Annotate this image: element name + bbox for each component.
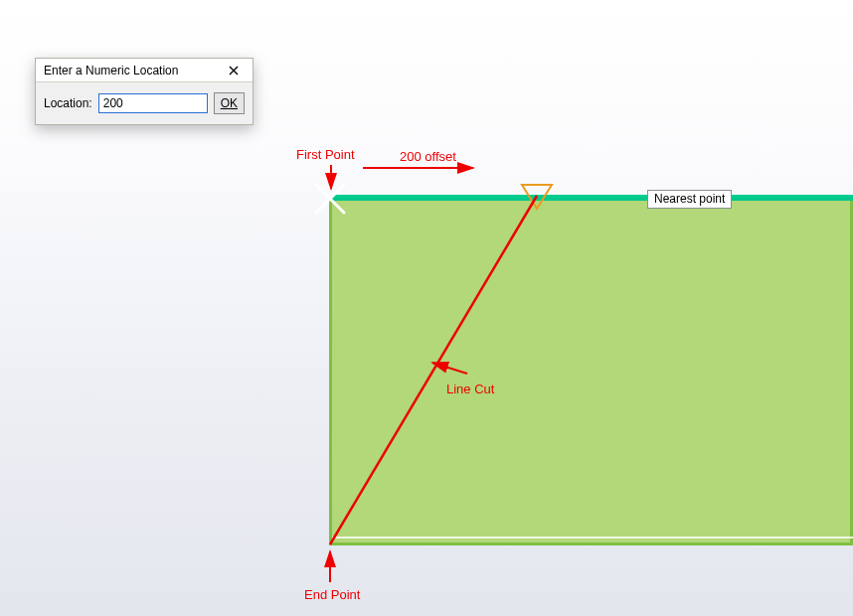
first-point-x-marker xyxy=(316,185,344,213)
ok-button[interactable]: OK xyxy=(214,92,245,114)
nearest-point-tooltip: Nearest point xyxy=(647,190,732,209)
linecut-callout-arrow xyxy=(432,363,467,374)
dialog-title: Enter a Numeric Location xyxy=(44,64,178,77)
dialog-titlebar[interactable]: Enter a Numeric Location xyxy=(36,59,253,82)
numeric-location-dialog: Enter a Numeric Location Location: OK xyxy=(35,58,254,125)
line-cut xyxy=(330,196,537,544)
location-label: Location: xyxy=(44,96,92,110)
endpoint-label: End Point xyxy=(304,587,360,602)
first-point-label: First Point xyxy=(296,147,355,162)
location-input[interactable] xyxy=(98,93,208,113)
close-icon[interactable] xyxy=(219,61,249,80)
dialog-body: Location: OK xyxy=(36,82,253,124)
linecut-label: Line Cut xyxy=(446,382,494,396)
offset-label: 200 offset xyxy=(400,149,456,164)
